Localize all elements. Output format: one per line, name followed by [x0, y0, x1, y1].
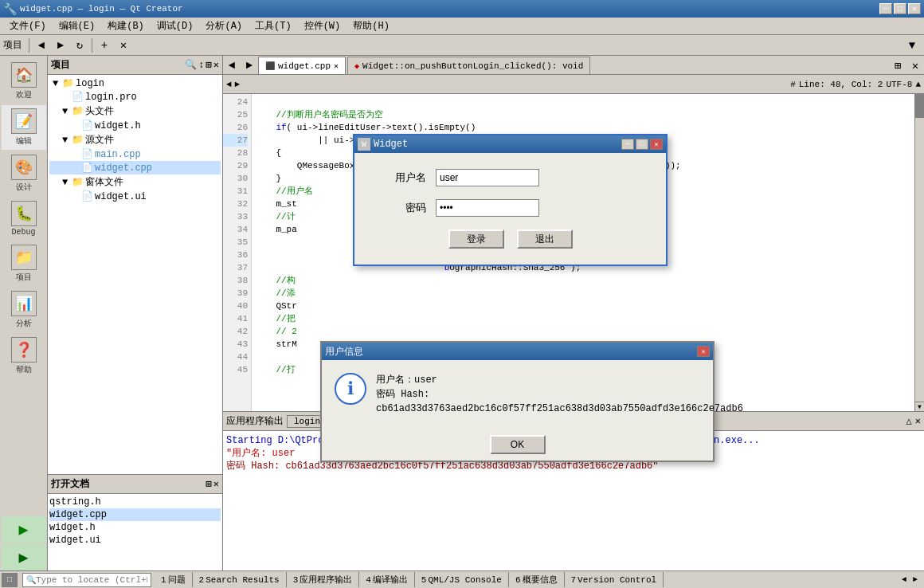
- tree-item-loginpro[interactable]: ▶ 📄 login.pro: [49, 90, 221, 104]
- tree-item-headers[interactable]: ▼ 📁 头文件: [49, 104, 221, 119]
- tree-arrow-sources[interactable]: ▼: [62, 135, 72, 146]
- ok-button[interactable]: OK: [490, 435, 546, 454]
- open-docs-split-icon[interactable]: ⊞: [206, 478, 212, 490]
- sidebar-item-help[interactable]: ❓ 帮助: [2, 334, 46, 378]
- status-prev-arrow[interactable]: ◄: [899, 574, 910, 586]
- output-panel-expand[interactable]: △: [906, 415, 912, 427]
- tree-item-login[interactable]: ▼ 📁 login: [49, 76, 221, 90]
- close-button[interactable]: ✕: [908, 3, 921, 14]
- sidebar-item-run[interactable]: ▶: [2, 516, 46, 543]
- tab-label-qml-console: QML/JS Console: [428, 575, 501, 585]
- toolbar-forward[interactable]: ►: [52, 37, 69, 54]
- tree-arrow-headers[interactable]: ▼: [62, 106, 72, 117]
- tab-back-btn[interactable]: ◄: [223, 57, 241, 74]
- search-box[interactable]: 🔍: [22, 573, 151, 587]
- menu-help[interactable]: 帮助(H): [346, 18, 396, 34]
- tree-item-maincpp[interactable]: ▶ 📄 main.cpp: [49, 147, 221, 161]
- menu-debug[interactable]: 调试(D): [151, 18, 200, 34]
- tree-label-widgeth: widget.h: [95, 120, 141, 131]
- widget-minimize-btn[interactable]: ─: [621, 139, 634, 150]
- tree-arrow-login[interactable]: ▼: [53, 78, 62, 89]
- open-doc-widgetcpp[interactable]: widget.cpp: [49, 508, 221, 521]
- tab-num-4: 4: [366, 575, 371, 585]
- menu-analyze[interactable]: 分析(A): [199, 18, 249, 34]
- userinfo-text: 用户名：user 密码 Hash: cb61ad33d3763aed2bc16c…: [376, 373, 743, 416]
- menu-build[interactable]: 构建(B): [101, 18, 151, 34]
- toolbar-close-tab[interactable]: ✕: [115, 37, 132, 54]
- tab-function[interactable]: ◆ Widget::on_pushButtonLogin_clicked(): …: [347, 57, 590, 74]
- password-input[interactable]: [436, 199, 539, 217]
- open-doc-qstring[interactable]: qstring.h: [49, 496, 221, 508]
- menu-controls[interactable]: 控件(W): [298, 18, 347, 34]
- widget-close-btn[interactable]: ✕: [650, 139, 663, 150]
- status-tab-qml-console[interactable]: 5 QML/JS Console: [415, 572, 509, 587]
- toolbar-options[interactable]: ▼: [903, 37, 921, 54]
- quit-button[interactable]: 退出: [517, 229, 573, 249]
- vertical-scrollbar[interactable]: ▼: [914, 94, 924, 411]
- toolbar-back[interactable]: ◄: [33, 37, 50, 54]
- tree-arrow-forms[interactable]: ▼: [62, 177, 72, 188]
- sidebar-item-analyze[interactable]: 📊 分析: [2, 288, 46, 332]
- menu-file[interactable]: 文件(F): [3, 18, 53, 34]
- editor-scroll-up[interactable]: ▲: [915, 80, 921, 89]
- sidebar-item-welcome[interactable]: 🏠 欢迎: [2, 59, 46, 104]
- editor-forward-arrow[interactable]: ►: [235, 80, 241, 89]
- project-filter-icon[interactable]: 🔍: [185, 59, 197, 71]
- tree-item-sources[interactable]: ▼ 📁 源文件: [49, 132, 221, 147]
- status-tabs: 1 问题 2 Search Results 3 应用程序输出 4 编译输出 5 …: [155, 572, 899, 587]
- editor-close-btn[interactable]: ✕: [906, 57, 924, 74]
- scrollbar-thumb[interactable]: [915, 94, 924, 118]
- status-tab-search-results[interactable]: 2 Search Results: [193, 572, 287, 587]
- tab-num-1: 1: [161, 575, 166, 585]
- open-docs-panel: 打开文档 ⊞ ✕ qstring.h widget.cpp: [48, 475, 222, 570]
- sidebar-item-project[interactable]: 📁 项目: [2, 241, 46, 286]
- scroll-down-btn[interactable]: ▼: [915, 402, 924, 411]
- project-sync-icon[interactable]: ↕: [198, 60, 204, 71]
- open-docs-close-icon[interactable]: ✕: [213, 478, 219, 490]
- open-docs-list: qstring.h widget.cpp widget.h widget.ui: [48, 494, 222, 570]
- widget-maximize-btn[interactable]: □: [636, 139, 648, 150]
- status-bar-icon: □: [2, 573, 18, 587]
- tree-item-widgetcpp[interactable]: ▶ 📄 widget.cpp: [49, 161, 221, 174]
- tab-label-summary: 概要信息: [523, 574, 558, 586]
- menu-edit[interactable]: 编辑(E): [53, 18, 102, 34]
- menu-tools[interactable]: 工具(T): [249, 18, 298, 34]
- login-button[interactable]: 登录: [448, 229, 504, 249]
- status-tab-app-output[interactable]: 3 应用程序输出: [287, 572, 360, 587]
- status-tab-compile-output[interactable]: 4 编译输出: [359, 572, 415, 587]
- tree-item-widgetui[interactable]: ▶ 📄 widget.ui: [49, 190, 221, 203]
- line-numbers: 24 25 26 27 28 29 30 31 32 33 34 35 36 3…: [223, 94, 252, 411]
- minimize-button[interactable]: ─: [879, 3, 892, 14]
- status-tab-summary[interactable]: 6 概要信息: [509, 572, 565, 587]
- sidebar-item-run-debug[interactable]: ▶: [2, 544, 46, 570]
- editor-back-arrow[interactable]: ◄: [226, 80, 232, 89]
- open-docs-header: 打开文档 ⊞ ✕: [48, 475, 222, 494]
- open-doc-widgetui[interactable]: widget.ui: [49, 534, 221, 547]
- status-tab-issues[interactable]: 1 问题: [155, 572, 193, 587]
- tree-item-forms[interactable]: ▼ 📁 窗体文件: [49, 174, 221, 190]
- sidebar-item-design[interactable]: 🎨 设计: [2, 151, 46, 196]
- project-split-icon[interactable]: ⊞: [206, 59, 212, 71]
- toolbar-refresh[interactable]: ↻: [71, 37, 88, 54]
- run-debug-icon: ▶: [18, 547, 28, 567]
- sidebar-item-edit[interactable]: 📝 编辑: [2, 105, 46, 150]
- userinfo-close-btn[interactable]: ✕: [697, 346, 710, 357]
- search-input[interactable]: [36, 575, 147, 585]
- maximize-button[interactable]: □: [894, 3, 906, 14]
- toolbar-new[interactable]: +: [96, 37, 113, 54]
- tree-item-widgeth[interactable]: ▶ 📄 widget.h: [49, 119, 221, 132]
- tab-func-label: Widget::on_pushButtonLogin_clicked(): vo…: [362, 61, 583, 71]
- status-next-arrow[interactable]: ►: [910, 574, 921, 586]
- sidebar-item-debug[interactable]: 🐛 Debug: [2, 198, 46, 240]
- project-panel-header: 项目 🔍 ↕ ⊞ ✕: [48, 56, 222, 75]
- output-panel-close[interactable]: ✕: [915, 415, 921, 427]
- tab-cpp-close[interactable]: ✕: [334, 61, 339, 71]
- project-close-icon[interactable]: ✕: [213, 59, 219, 71]
- username-input[interactable]: [436, 169, 539, 186]
- editor-split-btn[interactable]: ⊞: [889, 57, 906, 74]
- left-panels: 项目 🔍 ↕ ⊞ ✕ ▼ 📁: [48, 56, 223, 570]
- status-tab-version-control[interactable]: 7 Version Control: [565, 572, 664, 587]
- tab-forward-btn[interactable]: ►: [241, 57, 258, 74]
- tab-widget-cpp[interactable]: ⬛ widget.cpp ✕: [258, 57, 346, 74]
- open-doc-widgeth[interactable]: widget.h: [49, 521, 221, 534]
